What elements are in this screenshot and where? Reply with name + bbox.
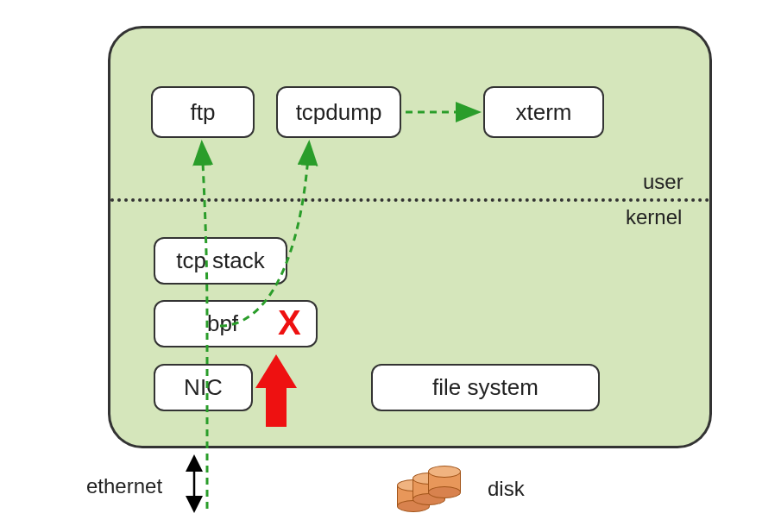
bpf-label: bpf xyxy=(207,310,238,337)
nic-node: NIC xyxy=(154,364,253,411)
ftp-node: ftp xyxy=(151,86,255,138)
xterm-label: xterm xyxy=(516,99,572,126)
nic-label: NIC xyxy=(184,374,223,401)
user-label: user xyxy=(643,170,683,194)
tcp-stack-node: tcp stack xyxy=(154,237,287,285)
file-system-node: file system xyxy=(371,364,600,411)
ethernet-label: ethernet xyxy=(86,474,162,498)
tcp-stack-label: tcp stack xyxy=(176,247,265,274)
filter-reject-x-icon: X xyxy=(278,304,301,342)
disk-icon xyxy=(397,466,466,517)
user-kernel-divider xyxy=(110,198,709,202)
tcpdump-node: tcpdump xyxy=(276,86,401,138)
tcpdump-label: tcpdump xyxy=(296,99,382,126)
xterm-node: xterm xyxy=(483,86,604,138)
kernel-label: kernel xyxy=(626,205,682,229)
ftp-label: ftp xyxy=(191,99,216,126)
file-system-label: file system xyxy=(432,374,539,401)
disk-label: disk xyxy=(488,477,525,501)
